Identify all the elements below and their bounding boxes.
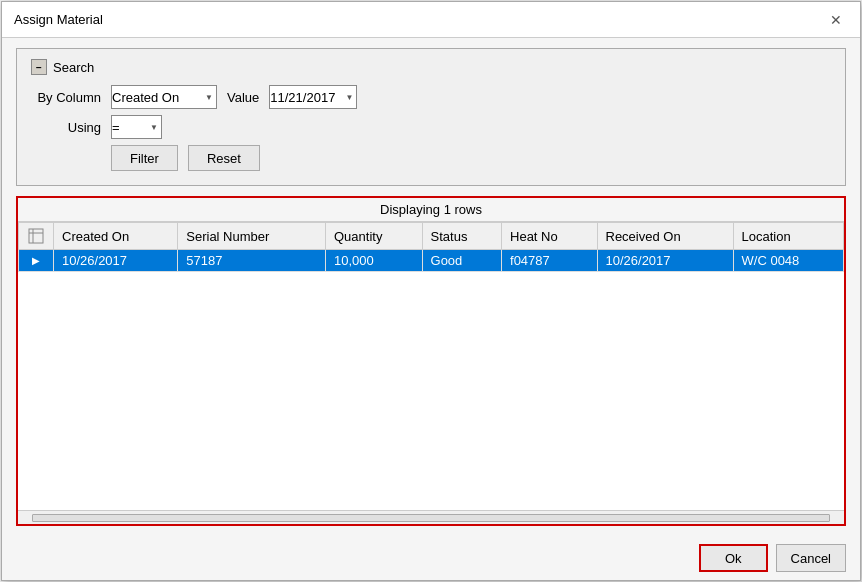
cell-quantity: 10,000 xyxy=(325,250,422,272)
by-column-select-wrapper: Created On Serial Number Quantity Status… xyxy=(111,85,217,109)
col-header-location[interactable]: Location xyxy=(733,223,843,250)
value-select[interactable]: 11/21/2017 10/26/2017 xyxy=(269,85,357,109)
row-arrow: ▶ xyxy=(19,250,54,272)
value-select-wrapper: 11/21/2017 10/26/2017 xyxy=(269,85,357,109)
ok-button[interactable]: Ok xyxy=(699,544,768,572)
value-label: Value xyxy=(227,90,259,105)
by-column-label: By Column xyxy=(31,90,101,105)
reset-button[interactable]: Reset xyxy=(188,145,260,171)
cell-location: W/C 0048 xyxy=(733,250,843,272)
table-row[interactable]: ▶10/26/20175718710,000Goodf0478710/26/20… xyxy=(19,250,844,272)
using-select[interactable]: = != < > <= >= LIKE xyxy=(111,115,162,139)
data-table: Created On Serial Number Quantity Status… xyxy=(18,222,844,272)
table-info-bar: Displaying 1 rows xyxy=(18,198,844,222)
cancel-button[interactable]: Cancel xyxy=(776,544,846,572)
title-bar: Assign Material ✕ xyxy=(2,2,860,38)
search-title: Search xyxy=(53,60,94,75)
table-header-row: Created On Serial Number Quantity Status… xyxy=(19,223,844,250)
using-label: Using xyxy=(31,120,101,135)
assign-material-dialog: Assign Material ✕ − Search By Column Cre… xyxy=(1,1,861,581)
cell-heat-no: f04787 xyxy=(502,250,597,272)
col-header-received-on[interactable]: Received On xyxy=(597,223,733,250)
using-select-wrapper: = != < > <= >= LIKE xyxy=(111,115,162,139)
col-header-quantity[interactable]: Quantity xyxy=(325,223,422,250)
dialog-body: − Search By Column Created On Serial Num… xyxy=(2,38,860,536)
by-column-select[interactable]: Created On Serial Number Quantity Status… xyxy=(111,85,217,109)
col-header-created-on[interactable]: Created On xyxy=(54,223,178,250)
col-header-icon xyxy=(19,223,54,250)
horizontal-scrollbar[interactable] xyxy=(18,510,844,524)
cell-status: Good xyxy=(422,250,501,272)
filter-button[interactable]: Filter xyxy=(111,145,178,171)
table-icon xyxy=(27,227,45,245)
table-container[interactable]: Created On Serial Number Quantity Status… xyxy=(18,222,844,510)
search-header: − Search xyxy=(31,59,831,75)
by-column-row: By Column Created On Serial Number Quant… xyxy=(31,85,831,109)
dialog-footer: Ok Cancel xyxy=(2,536,860,580)
scrollbar-track xyxy=(32,514,830,522)
dialog-title: Assign Material xyxy=(14,12,103,27)
cell-serial-number: 57187 xyxy=(178,250,326,272)
search-section: − Search By Column Created On Serial Num… xyxy=(16,48,846,186)
cell-received-on: 10/26/2017 xyxy=(597,250,733,272)
svg-rect-0 xyxy=(29,229,43,243)
collapse-button[interactable]: − xyxy=(31,59,47,75)
col-header-heat-no[interactable]: Heat No xyxy=(502,223,597,250)
table-body: ▶10/26/20175718710,000Goodf0478710/26/20… xyxy=(19,250,844,272)
close-button[interactable]: ✕ xyxy=(824,10,848,30)
filter-buttons: Filter Reset xyxy=(111,145,831,171)
table-section: Displaying 1 rows xyxy=(16,196,846,526)
using-row: Using = != < > <= >= LIKE xyxy=(31,115,831,139)
cell-created-on: 10/26/2017 xyxy=(54,250,178,272)
col-header-serial-number[interactable]: Serial Number xyxy=(178,223,326,250)
col-header-status[interactable]: Status xyxy=(422,223,501,250)
